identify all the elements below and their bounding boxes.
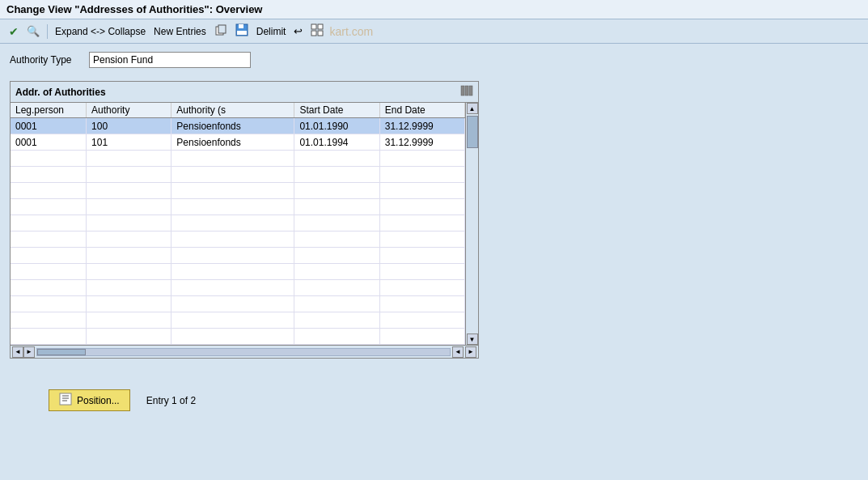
scroll-thumb[interactable]: [467, 116, 478, 148]
table-body: 0001100Pensioenfonds01.01.199031.12.9999…: [11, 118, 465, 345]
svg-rect-1: [218, 25, 226, 33]
table-row-empty: [11, 151, 465, 167]
cell-leg_person[interactable]: 0001: [11, 134, 87, 151]
bottom-bar: Position... Entry 1 of 2: [0, 383, 868, 418]
watermark: kart.com: [329, 25, 373, 38]
h-scroll-right-next[interactable]: ►: [465, 346, 476, 358]
h-scroll-right-prev[interactable]: ◄: [452, 346, 464, 358]
table-section-label: Addr. of Authorities: [15, 87, 106, 98]
expand-collapse-button[interactable]: Expand <-> Collapse: [53, 25, 148, 38]
table-scroll-area: Leg.person Authority Authority (s Start …: [11, 103, 478, 345]
table-row-empty: [11, 183, 465, 199]
cell-start_date[interactable]: 01.01.1990: [294, 118, 379, 134]
copy-icon: [214, 23, 227, 39]
table-row-empty: [11, 296, 465, 312]
find-icon: 🔍: [27, 25, 40, 37]
h-scroll-thumb[interactable]: [37, 349, 86, 355]
cell-end_date[interactable]: 31.12.9999: [379, 118, 464, 134]
scroll-down-button[interactable]: ▼: [467, 333, 478, 345]
position-btn-label: Position...: [77, 395, 120, 406]
entry-info: Entry 1 of 2: [146, 395, 196, 406]
authority-type-label: Authority Type: [10, 54, 83, 66]
svg-rect-8: [318, 31, 323, 36]
horizontal-scrollbar: ◄ ► ◄ ►: [11, 345, 478, 358]
vertical-scrollbar[interactable]: ▲ ▼: [465, 103, 478, 345]
table-row-empty: [11, 215, 465, 232]
authority-type-value[interactable]: Pension Fund: [89, 52, 251, 68]
cell-authority[interactable]: 100: [87, 118, 171, 134]
other-button[interactable]: [308, 23, 326, 40]
undo-icon: ↩: [294, 25, 303, 37]
find-button[interactable]: 🔍: [24, 24, 42, 38]
delimit-button[interactable]: Delimit: [254, 25, 289, 38]
table-row-empty: [11, 248, 465, 264]
undo-button[interactable]: ↩: [291, 24, 305, 38]
cell-authority_s[interactable]: Pensioenfonds: [171, 118, 294, 134]
col-start-date: Start Date: [294, 103, 379, 118]
save-button[interactable]: [233, 23, 251, 40]
table-row-empty: [11, 329, 465, 345]
h-scroll-right-left-btn[interactable]: ►: [23, 346, 35, 358]
col-authority: Authority: [87, 103, 171, 118]
svg-rect-6: [318, 24, 323, 29]
cell-start_date[interactable]: 01.01.1994: [294, 134, 379, 151]
svg-rect-4: [237, 31, 247, 35]
authority-type-row: Authority Type Pension Fund: [10, 52, 858, 68]
check-icon: ✔: [9, 25, 19, 38]
cell-authority_s[interactable]: Pensioenfonds: [171, 134, 294, 151]
h-scroll-left-button[interactable]: ◄: [12, 346, 23, 358]
page-title: Change View "Addresses of Authorities": …: [6, 3, 262, 15]
cell-end_date[interactable]: 31.12.9999: [379, 134, 464, 151]
col-end-date: End Date: [379, 103, 464, 118]
table-row-empty: [11, 167, 465, 183]
table-row[interactable]: 0001101Pensioenfonds01.01.199431.12.9999: [11, 134, 465, 151]
table-row-empty: [11, 232, 465, 248]
title-bar: Change View "Addresses of Authorities": …: [0, 0, 868, 19]
copy-button[interactable]: [212, 23, 230, 40]
grid-icon: [311, 23, 324, 39]
table-row-empty: [11, 199, 465, 215]
table-row[interactable]: 0001100Pensioenfonds01.01.199031.12.9999: [11, 118, 465, 134]
cell-authority[interactable]: 101: [87, 134, 171, 151]
cell-leg_person[interactable]: 0001: [11, 118, 87, 134]
col-authority-s: Authority (s: [171, 103, 294, 118]
svg-rect-3: [239, 24, 243, 28]
table-row-empty: [11, 280, 465, 296]
table-header: Leg.person Authority Authority (s Start …: [11, 103, 465, 118]
position-button[interactable]: Position...: [49, 389, 130, 411]
svg-rect-7: [311, 31, 316, 36]
svg-rect-9: [461, 86, 464, 96]
h-scroll-track[interactable]: [36, 348, 451, 356]
separator-1: [47, 24, 48, 39]
check-button[interactable]: ✔: [6, 24, 21, 39]
addr-authorities-table-container: Addr. of Authorities Leg.person Authorit…: [10, 81, 479, 359]
toolbar: ✔ 🔍 Expand <-> Collapse New Entries Deli…: [0, 19, 868, 44]
svg-rect-10: [465, 86, 468, 96]
save-icon: [235, 23, 248, 39]
table-section-header: Addr. of Authorities: [11, 82, 478, 103]
columns-icon[interactable]: [460, 84, 473, 100]
svg-rect-11: [469, 86, 472, 96]
content-area: Authority Type Pension Fund Addr. of Aut…: [0, 44, 868, 367]
right-scroll-buttons: ◄ ►: [452, 346, 476, 358]
position-icon: [59, 393, 72, 408]
new-entries-button[interactable]: New Entries: [151, 25, 209, 38]
scroll-up-button[interactable]: ▲: [467, 103, 478, 114]
svg-rect-5: [311, 24, 316, 29]
svg-rect-12: [60, 393, 71, 405]
col-leg-person: Leg.person: [11, 103, 87, 118]
table-row-empty: [11, 312, 465, 329]
table-main: Leg.person Authority Authority (s Start …: [11, 103, 465, 345]
data-table: Leg.person Authority Authority (s Start …: [11, 103, 465, 345]
table-row-empty: [11, 264, 465, 280]
